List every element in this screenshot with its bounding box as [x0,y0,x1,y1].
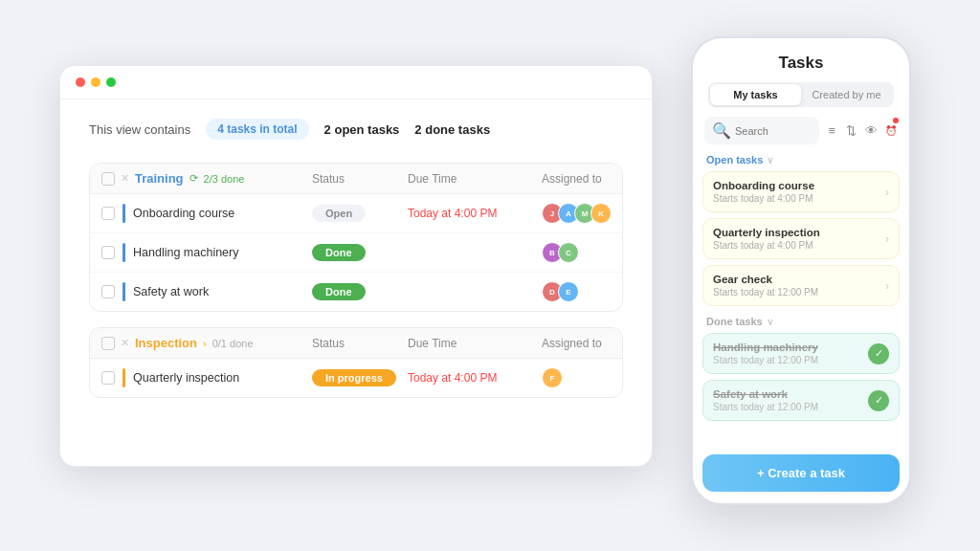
col-status-label: Status [312,172,408,186]
create-task-button[interactable]: + Create a task [702,454,900,492]
inspection-count: 0/1 done [212,338,254,349]
done-section-label: Done tasks ∨ [702,312,900,333]
phone-task-time: Starts today at 12:00 PM [713,402,818,412]
due-time: Today at 4:00 PM [408,371,542,385]
col-status-label-2: Status [312,337,408,350]
desktop-window: This view contains 4 tasks in total 2 op… [59,65,653,467]
filter-icon[interactable]: ≡ [825,120,839,143]
task-color-bar [122,282,125,301]
phone-task-time: Starts today at 4:00 PM [713,240,820,251]
search-input[interactable] [735,125,812,137]
status-badge-done: Done [312,283,366,300]
task-checkbox[interactable] [101,371,115,385]
traffic-lights [76,77,116,87]
tab-my-tasks[interactable]: My tasks [710,84,801,105]
phone-task-card-gear[interactable]: Gear check Starts today at 12:00 PM › [702,265,900,306]
task-info: Onboarding course Starts today at 4:00 P… [713,180,814,204]
phone-task-name: Quarterly inspection [713,227,820,238]
total-badge: 4 tasks in total [206,119,308,140]
chevron-right-icon: › [885,279,889,293]
avatar: E [558,281,579,302]
task-name-cell: Onboarding course [101,204,312,223]
view-summary: This view contains 4 tasks in total 2 op… [89,119,623,140]
phone-task-card-onboarding[interactable]: Onboarding course Starts today at 4:00 P… [702,171,900,212]
main-scene: This view contains 4 tasks in total 2 op… [59,36,921,515]
expand-icon[interactable]: ✕ [121,337,129,349]
col-due-label: Due Time [408,172,542,186]
task-row: Safety at work Done D E [90,273,622,311]
task-name-cell: Handling machinery [101,243,312,262]
task-checkbox[interactable] [101,285,115,298]
training-group-title: ✕ Training ⟳ 2/3 done [101,171,312,186]
done-check-icon: ✓ [868,390,889,411]
task-info: Handling machinery Starts today at 12:00… [713,342,818,365]
avatars: D E [542,281,623,302]
phone-task-name: Onboarding course [713,180,814,191]
avatars: J A M K [542,203,623,224]
training-group: ✕ Training ⟳ 2/3 done Status Due Time As… [89,163,623,312]
col-assigned-label-2: Assigned to [542,337,623,350]
status-badge-inprogress: In progress [312,369,396,386]
status-cell: Done [312,244,408,261]
inspection-group-title: ✕ Inspection › 0/1 done [101,336,312,350]
avatars: F [542,367,623,388]
status-badge-open: Open [312,205,366,222]
arrow-icon[interactable]: › [203,338,207,349]
window-titlebar [60,66,652,99]
chevron-right-icon: › [885,186,889,199]
sort-icon[interactable]: ⇅ [845,120,859,143]
phone-task-name: Gear check [713,274,818,285]
done-tasks-count: 2 done tasks [414,122,490,137]
task-row: Handling machinery Done B C [90,233,622,273]
avatars: B C [542,242,623,263]
avatar: F [542,367,563,388]
avatar: K [590,203,612,224]
fullscreen-button[interactable] [106,77,116,87]
task-color-bar [122,368,125,387]
inspection-group-name: Inspection [135,336,197,350]
task-name-cell: Safety at work [101,282,312,301]
view-icon[interactable]: 👁 [864,120,879,143]
open-tasks-count: 2 open tasks [324,122,400,137]
close-button[interactable] [76,77,85,87]
tab-created-by-me[interactable]: Created by me [801,84,892,105]
minimize-button[interactable] [91,77,100,87]
task-info: Gear check Starts today at 12:00 PM [713,274,818,298]
task-name: Quarterly inspection [133,371,239,385]
task-name: Safety at work [133,285,209,298]
inspection-group-header: ✕ Inspection › 0/1 done Status Due Time … [90,328,622,359]
col-due-label-2: Due Time [408,337,542,350]
mobile-phone: Tasks My tasks Created by me 🔍 ≡ ⇅ 👁 ⏰ O… [691,36,911,505]
phone-task-card-safety[interactable]: Safety at work Starts today at 12:00 PM … [702,380,900,421]
phone-title: Tasks [708,54,894,73]
inspection-group: ✕ Inspection › 0/1 done Status Due Time … [89,327,623,398]
phone-task-time: Starts today at 12:00 PM [713,355,818,365]
phone-task-card-inspection[interactable]: Quarterly inspection Starts today at 4:0… [702,218,900,259]
search-icon: 🔍 [712,121,731,140]
status-cell: Done [312,283,408,300]
expand-icon[interactable]: ✕ [121,172,129,185]
phone-header: Tasks My tasks Created by me [693,38,909,117]
training-group-header: ✕ Training ⟳ 2/3 done Status Due Time As… [90,164,622,194]
search-box[interactable]: 🔍 [704,117,819,144]
open-section-label: Open tasks ∨ [693,152,909,171]
task-checkbox[interactable] [101,246,115,259]
training-group-checkbox[interactable] [101,172,115,186]
task-name: Onboarding course [133,207,234,220]
avatar: C [558,242,579,263]
task-info: Quarterly inspection Starts today at 4:0… [713,227,820,251]
phone-task-name: Handling machinery [713,342,818,353]
task-name-cell: Quarterly inspection [101,368,312,387]
training-group-name: Training [135,171,184,186]
inspection-group-checkbox[interactable] [101,337,115,350]
window-content: This view contains 4 tasks in total 2 op… [60,99,652,432]
phone-task-card-machinery[interactable]: Handling machinery Starts today at 12:00… [702,333,900,374]
done-check-icon: ✓ [868,343,889,364]
phone-task-time: Starts today at 4:00 PM [713,193,814,204]
phone-toolbar: 🔍 ≡ ⇅ 👁 ⏰ [693,117,909,152]
phone-task-time: Starts today at 12:00 PM [713,287,818,298]
alert-icon[interactable]: ⏰ [884,120,899,143]
chevron-right-icon: › [885,232,889,246]
due-time: Today at 4:00 PM [408,207,542,220]
task-checkbox[interactable] [101,207,115,220]
